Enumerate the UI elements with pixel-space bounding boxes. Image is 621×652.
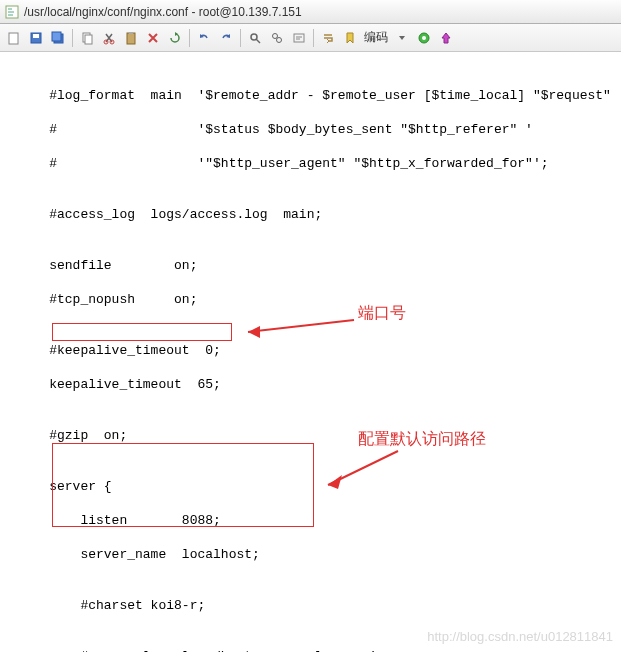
encoding-label[interactable]: 编码 [362, 29, 390, 46]
code-line: # '"$http_user_agent" "$http_x_forwarded… [18, 155, 613, 172]
toolbar: 编码 [0, 24, 621, 52]
code-line: #gzip on; [18, 427, 613, 444]
app-icon [4, 4, 20, 20]
code-line: #access_log logs/access.log main; [18, 206, 613, 223]
toolbar-separator [240, 29, 241, 47]
find-button[interactable] [245, 28, 265, 48]
svg-rect-1 [9, 33, 18, 44]
bookmark-button[interactable] [340, 28, 360, 48]
svg-point-14 [277, 37, 282, 42]
svg-rect-10 [127, 33, 135, 44]
save-button[interactable] [26, 28, 46, 48]
svg-rect-3 [33, 34, 39, 38]
undo-button[interactable] [194, 28, 214, 48]
svg-point-13 [273, 33, 278, 38]
code-line: #access_log logs/host.access.log main; [18, 648, 613, 652]
paste-button[interactable] [121, 28, 141, 48]
code-line: #log_format main '$remote_addr - $remote… [18, 87, 613, 104]
help-button[interactable] [436, 28, 456, 48]
new-button[interactable] [4, 28, 24, 48]
settings-button[interactable] [414, 28, 434, 48]
arrow-port [232, 314, 360, 342]
svg-rect-11 [129, 32, 133, 34]
svg-marker-19 [248, 326, 260, 338]
cut-button[interactable] [99, 28, 119, 48]
wrap-button[interactable] [318, 28, 338, 48]
svg-line-18 [248, 320, 354, 332]
find-replace-button[interactable] [267, 28, 287, 48]
code-line: keepalive_timeout 65; [18, 376, 613, 393]
code-line: server { [18, 478, 613, 495]
toolbar-separator [189, 29, 190, 47]
goto-button[interactable] [289, 28, 309, 48]
code-line: server_name localhost; [18, 546, 613, 563]
window-titlebar: /usr/local/nginx/conf/nginx.conf - root@… [0, 0, 621, 24]
toolbar-separator [313, 29, 314, 47]
code-line: #charset koi8-r; [18, 597, 613, 614]
save-all-button[interactable] [48, 28, 68, 48]
redo-button[interactable] [216, 28, 236, 48]
highlight-listen [52, 323, 232, 341]
code-line: sendfile on; [18, 257, 613, 274]
toolbar-separator [72, 29, 73, 47]
encoding-dropdown[interactable] [392, 28, 412, 48]
code-editor[interactable]: #log_format main '$remote_addr - $remote… [0, 52, 621, 652]
code-line: #tcp_nopush on; [18, 291, 613, 308]
refresh-button[interactable] [165, 28, 185, 48]
svg-rect-5 [52, 32, 61, 41]
svg-rect-15 [294, 34, 304, 42]
code-line: #keepalive_timeout 0; [18, 342, 613, 359]
window-title: /usr/local/nginx/conf/nginx.conf - root@… [24, 5, 302, 19]
copy-button[interactable] [77, 28, 97, 48]
delete-button[interactable] [143, 28, 163, 48]
svg-rect-7 [85, 35, 92, 44]
code-line: listen 8088; [18, 512, 613, 529]
code-line: # '$status $body_bytes_sent "$http_refer… [18, 121, 613, 138]
svg-point-17 [422, 36, 426, 40]
